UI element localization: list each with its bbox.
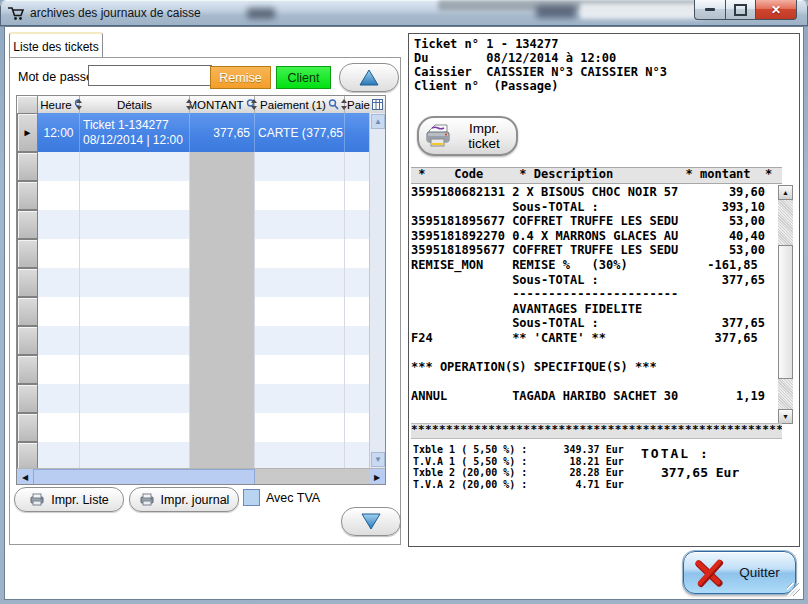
ticket-row-selected[interactable]: ► 12:00 Ticket 1-134277 08/12/2014 | 12:… [17, 113, 369, 152]
grid-cell [38, 297, 80, 326]
scrollbar-thumb[interactable] [778, 245, 793, 379]
print-journal-label: Impr. journal [161, 493, 230, 507]
grid-cell [345, 181, 369, 210]
avec-tva-checkbox[interactable] [243, 489, 260, 506]
row-header-cell[interactable] [17, 181, 38, 210]
cell-details-line2: 08/12/2014 | 12:00 [83, 133, 183, 148]
row-header-cell[interactable] [17, 413, 38, 442]
row-header-cell[interactable] [17, 442, 38, 471]
scroll-up-button[interactable] [339, 63, 399, 92]
grid-empty-row [17, 326, 369, 355]
avec-tva-label: Avec TVA [266, 491, 320, 505]
ticket-header-lines-item: Ticket n° 1 - 134277 [414, 37, 667, 51]
ticket-lines-item: Sous-TOTAL : 377,65 [411, 316, 775, 331]
ticket-header-lines-item: Du 08/12/2014 à 12:00 [414, 51, 667, 65]
grid-cell [80, 442, 190, 471]
scrollbar-track[interactable] [778, 379, 793, 409]
print-ticket-button[interactable]: Impr. ticket [417, 116, 518, 156]
column-splitter-icon[interactable] [75, 98, 82, 111]
column-header-heure[interactable]: ▲ Heure [38, 96, 80, 113]
grid-cell [190, 268, 255, 297]
printer-icon [425, 123, 453, 149]
row-header-cell[interactable] [17, 239, 38, 268]
grid-cell [255, 268, 345, 297]
row-header-cell[interactable] [17, 268, 38, 297]
client-button-label: Client [288, 71, 320, 85]
cell-details-line1: Ticket 1-134277 [83, 118, 183, 133]
ticket-header-lines: Ticket n° 1 - 134277Du 08/12/2014 à 12:0… [414, 37, 667, 93]
scrollbar-track[interactable] [778, 200, 793, 245]
column-splitter-icon[interactable] [340, 98, 347, 111]
scrollbar-track[interactable] [255, 469, 369, 485]
column-header-paiement-2[interactable]: Paie [345, 96, 385, 113]
minimize-icon [705, 8, 715, 11]
quit-button[interactable]: Quitter [683, 551, 796, 594]
grid-cell [255, 442, 345, 471]
grid-vertical-scrollbar[interactable]: ▲ ▼ [369, 113, 385, 468]
print-journal-button[interactable]: Impr. journal [129, 487, 239, 512]
grid-cell [190, 297, 255, 326]
blurred-text [247, 8, 275, 19]
column-splitter-icon[interactable] [185, 98, 192, 111]
grid-cell [255, 355, 345, 384]
minimize-button[interactable] [694, 0, 725, 20]
down-triangle-icon [359, 512, 383, 531]
close-button[interactable]: ✕ [756, 0, 797, 20]
grid-empty-row [17, 268, 369, 297]
tab-liste-des-tickets[interactable]: Liste des tickets [9, 32, 103, 59]
remise-button[interactable]: Remise [210, 66, 271, 89]
row-header-cell[interactable] [17, 297, 38, 326]
row-header-cell[interactable] [17, 384, 38, 413]
grid-cell [80, 210, 190, 239]
ticket-separator-row: ****************************************… [411, 423, 782, 439]
row-header-cell[interactable] [17, 355, 38, 384]
grid-cell [80, 355, 190, 384]
scrollbar-down-button[interactable]: ▼ [371, 452, 385, 467]
scroll-down-button[interactable] [341, 507, 401, 536]
scrollbar-right-button[interactable]: ▶ [369, 469, 385, 485]
row-header-cell[interactable] [17, 210, 38, 239]
scrollbar-left-button[interactable]: ◀ [17, 469, 33, 485]
table-grid-icon[interactable] [372, 99, 383, 110]
total-value: 377,65 Eur [661, 465, 739, 480]
scrollbar-down-button[interactable]: ▼ [778, 409, 793, 424]
grid-cell [255, 297, 345, 326]
row-header-cell[interactable] [17, 326, 38, 355]
tax-lines-item: Txble 1 ( 5,50 %) : 349.37 Eur [413, 444, 624, 456]
ticket-lines-item: *** OPERATION(S) SPECIFIQUE(S) *** [411, 360, 775, 375]
grid-cell [190, 210, 255, 239]
scrollbar-up-button[interactable]: ▲ [371, 114, 385, 129]
cell-paiement-amount: 377,65 [306, 126, 344, 140]
close-icon: ✕ [771, 3, 781, 17]
column-header-paiement-1[interactable]: Paiement (1) [255, 96, 345, 113]
resize-grip[interactable] [787, 583, 800, 596]
client-button[interactable]: Client [276, 66, 331, 89]
titlebar[interactable]: archives des journaux de caisse ✕ [0, 0, 808, 27]
column-splitter-icon[interactable] [250, 98, 257, 111]
grid-cell [38, 326, 80, 355]
filter-magnifier-icon[interactable] [328, 99, 339, 110]
grid-cell [80, 297, 190, 326]
maximize-button[interactable] [725, 0, 756, 20]
scrollbar-thumb[interactable] [33, 469, 255, 485]
scrollbar-up-button[interactable]: ▲ [778, 185, 793, 200]
tickets-grid: ▲ Heure Détails MONTANT [16, 95, 386, 485]
grid-cell [190, 413, 255, 442]
ticket-list-scrollbar[interactable]: ▲ ▼ [778, 185, 793, 424]
column-header-montant[interactable]: MONTANT [190, 96, 255, 113]
grid-cell [38, 239, 80, 268]
cell-paiement-type: CARTE ( [258, 126, 306, 140]
grid-cell [38, 152, 80, 181]
scroll-up-icon: ▲ [782, 189, 789, 196]
grid-horizontal-scrollbar[interactable]: ◀ ▶ [17, 468, 385, 485]
password-input[interactable] [88, 65, 212, 86]
red-x-icon [694, 557, 726, 589]
grid-cell [255, 239, 345, 268]
print-ticket-label-line2: ticket [458, 136, 510, 151]
print-list-button[interactable]: Impr. Liste [14, 487, 124, 512]
column-header-details[interactable]: Détails [80, 96, 190, 113]
row-header-cell[interactable] [17, 152, 38, 181]
ticket-lines-item: Sous-TOTAL : 377,65 [411, 273, 775, 288]
row-header-cell[interactable]: ► [17, 113, 38, 152]
printer-icon [139, 493, 155, 506]
